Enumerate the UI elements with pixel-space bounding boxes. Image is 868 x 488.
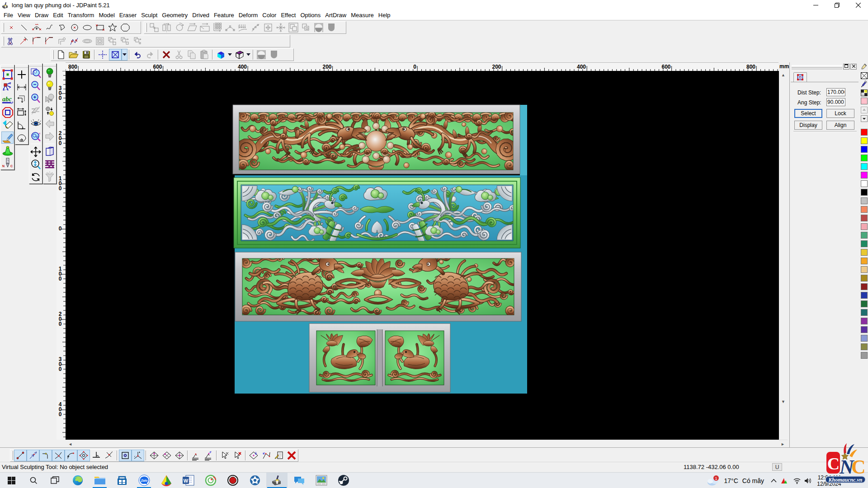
scatter-button[interactable] — [249, 22, 262, 33]
pick-box-button[interactable] — [109, 49, 122, 61]
measure-arc-button[interactable] — [16, 131, 28, 144]
color-swatch-20[interactable] — [861, 300, 868, 307]
taskbar-word-icon[interactable]: W — [178, 473, 199, 488]
menu-item-help[interactable]: Help — [376, 11, 393, 19]
panel-grip[interactable] — [792, 65, 842, 69]
view-forward-button[interactable] — [44, 130, 56, 142]
scale-button[interactable] — [198, 22, 211, 33]
palette-grip[interactable] — [43, 64, 56, 66]
color-swatch-23[interactable] — [861, 326, 868, 333]
menu-item-file[interactable]: File — [1, 11, 15, 19]
menu-item-effect[interactable]: Effect — [278, 11, 298, 19]
dist-step-input[interactable] — [826, 88, 845, 96]
wifi-icon[interactable] — [793, 478, 801, 484]
dome2-button[interactable] — [255, 49, 268, 61]
palette-scroll-up-icon[interactable] — [860, 106, 868, 113]
color-swatch-2[interactable] — [861, 146, 868, 153]
cut-button[interactable] — [173, 49, 185, 61]
palette-grip[interactable] — [29, 64, 42, 66]
taskbar-file-explorer-icon[interactable] — [89, 473, 110, 488]
taskbar-aperture-icon[interactable] — [244, 473, 265, 488]
color-swatch-18[interactable] — [861, 283, 868, 290]
copy-obj3-button[interactable] — [132, 35, 144, 47]
scroll-left-arrow[interactable]: ◄ — [66, 440, 74, 448]
offset-button[interactable] — [56, 35, 68, 47]
work-plane-zx-button[interactable] — [173, 450, 186, 461]
horizontal-scrollbar[interactable]: ◄ ► — [66, 440, 788, 447]
menu-item-model[interactable]: Model — [96, 11, 117, 19]
copy-obj-button[interactable] — [106, 35, 119, 47]
color-swatch-13[interactable] — [861, 240, 868, 247]
move-point-button[interactable] — [247, 450, 260, 461]
color-swatch-11[interactable] — [861, 223, 868, 230]
taskbar-store-icon[interactable] — [111, 473, 132, 488]
new-button[interactable] — [55, 49, 67, 61]
paste-button[interactable] — [198, 49, 211, 61]
render-filter-button[interactable] — [44, 171, 56, 183]
taskbar-coccoc-icon[interactable] — [200, 473, 221, 488]
polyline-button[interactable] — [56, 22, 68, 33]
close-button[interactable] — [848, 0, 868, 10]
circle-button[interactable] — [68, 22, 81, 33]
no-color-icon[interactable] — [860, 72, 868, 79]
line-button[interactable] — [18, 22, 30, 33]
scroll-down-arrow[interactable]: ▼ — [779, 398, 787, 405]
color-swatch-12[interactable] — [861, 232, 868, 239]
material-button[interactable] — [214, 49, 227, 61]
zoom-in-button[interactable] — [30, 92, 42, 104]
menu-item-transform[interactable]: Transform — [66, 11, 97, 19]
align-button[interactable]: Align — [826, 121, 854, 130]
distribute-button[interactable] — [236, 22, 249, 33]
lay-flat-pick-button[interactable] — [202, 450, 215, 461]
menu-item-artdraw[interactable]: ArtDraw — [323, 11, 349, 19]
color-swatch-6[interactable] — [861, 180, 868, 187]
color-swatch-21[interactable] — [861, 309, 868, 316]
taskbar-obs-icon[interactable] — [222, 473, 243, 488]
ellipse-mod-button[interactable] — [81, 35, 94, 47]
taskbar-start-icon[interactable] — [1, 473, 22, 488]
menu-item-view[interactable]: View — [15, 11, 33, 19]
notes-button[interactable] — [273, 450, 285, 461]
datum-button[interactable] — [96, 49, 109, 61]
concentric-button[interactable] — [94, 35, 106, 47]
stretch-button[interactable] — [262, 22, 274, 33]
toolbar-grip[interactable] — [52, 50, 54, 59]
pick-box-dropdown[interactable] — [122, 49, 127, 61]
translate-button[interactable] — [148, 22, 160, 33]
light-bright-button[interactable] — [44, 80, 56, 92]
trim-button[interactable] — [5, 35, 18, 47]
snap-sharp-button[interactable] — [27, 450, 39, 461]
color-swatch-17[interactable] — [861, 275, 868, 282]
color-swatch-3[interactable] — [861, 155, 868, 161]
fillet-button[interactable] — [30, 35, 43, 47]
taskbar-chat-icon[interactable] — [288, 473, 310, 488]
menu-item-feature[interactable]: Feature — [212, 11, 236, 19]
open-button[interactable] — [67, 49, 80, 61]
snap-bend-button[interactable] — [39, 450, 52, 461]
rectangle-button[interactable] — [94, 22, 106, 33]
menu-item-color[interactable]: Color — [260, 11, 278, 19]
display-button[interactable]: Display — [794, 121, 822, 130]
panel-tab[interactable] — [793, 72, 807, 82]
measure-distance-button[interactable] — [16, 81, 28, 93]
eyedropper-icon[interactable] — [860, 80, 868, 88]
axis-snap-button[interactable] — [132, 450, 144, 461]
page-manager-button[interactable] — [44, 145, 56, 158]
rotate-button[interactable] — [173, 22, 186, 33]
zoom-out-button[interactable] — [30, 80, 42, 92]
show-hide-button[interactable] — [30, 117, 42, 130]
zoom-previous-button[interactable] — [30, 105, 42, 117]
undo-button[interactable] — [131, 49, 144, 61]
panel-close-button[interactable] — [850, 64, 857, 70]
scroll-up-arrow[interactable]: ▲ — [779, 71, 787, 79]
taskbar-edge-icon[interactable] — [67, 473, 88, 488]
zoom-actual-button[interactable] — [30, 158, 42, 170]
snap-quad-button[interactable] — [77, 450, 90, 461]
taskbar-goldwave-icon[interactable] — [156, 473, 177, 488]
color-swatch-14[interactable] — [861, 249, 868, 256]
menu-item-deform[interactable]: Deform — [236, 11, 260, 19]
taskbar-zalo-icon[interactable]: Zalo — [133, 473, 155, 488]
work-plane-xy-button[interactable] — [148, 450, 160, 461]
pick-cursor-button[interactable] — [218, 450, 231, 461]
eraser-tool-button[interactable] — [1, 119, 14, 131]
